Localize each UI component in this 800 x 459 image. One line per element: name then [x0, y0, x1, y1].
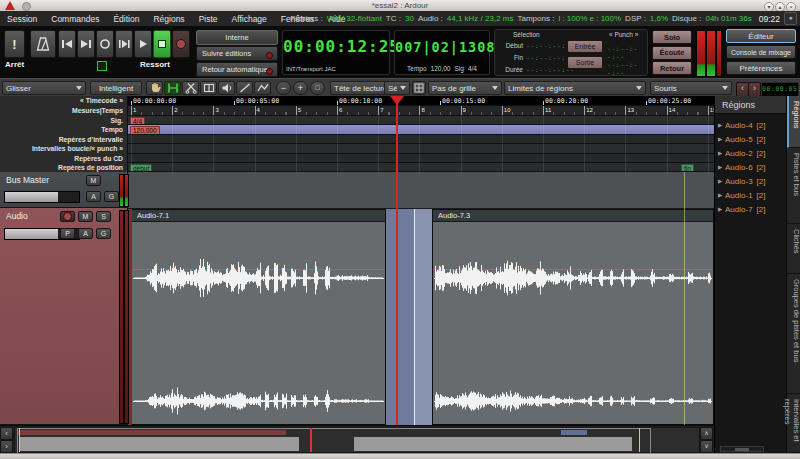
- tempo-marker[interactable]: 120,000: [130, 126, 160, 136]
- range-tool-button[interactable]: [164, 81, 181, 95]
- tab-track-groups[interactable]: Groupes de pistes et bus: [787, 274, 800, 394]
- metronome-button[interactable]: [30, 30, 56, 58]
- expander-icon[interactable]: ▶: [715, 150, 725, 156]
- region-list-item[interactable]: ▶ Audio-7 [2]: [715, 202, 786, 216]
- audio-region-1[interactable]: Audio-7.1: [131, 209, 386, 425]
- menu-session[interactable]: Session: [0, 14, 44, 24]
- measures-ruler[interactable]: 123456789101112131415: [128, 106, 714, 116]
- play-range-button[interactable]: [115, 30, 133, 58]
- mute-button[interactable]: M: [78, 211, 93, 222]
- automation-button[interactable]: A: [86, 191, 101, 202]
- expander-icon[interactable]: ▶: [715, 192, 725, 198]
- loop-punch-ruler[interactable]: [128, 144, 714, 154]
- end-marker[interactable]: fin: [681, 164, 694, 173]
- master-bus-header[interactable]: Bus Master M A G: [0, 172, 128, 208]
- gain-fader[interactable]: [4, 191, 80, 203]
- summary-scroll-down-button[interactable]: ∨: [700, 440, 713, 453]
- menu-commandes[interactable]: Commandes: [44, 14, 106, 24]
- region-list-item[interactable]: ▶ Audio-6 [2]: [715, 160, 786, 174]
- region-list-item[interactable]: ▶ Audio-1 [2]: [715, 188, 786, 202]
- summary-view-rect[interactable]: [17, 428, 651, 454]
- summary-pane[interactable]: [14, 427, 700, 453]
- grab-tool-button[interactable]: [146, 81, 163, 95]
- cd-markers-ruler[interactable]: [128, 154, 714, 163]
- snap-unit-combo[interactable]: Limites de régions: [504, 81, 646, 95]
- master-bus-lane[interactable]: [128, 172, 714, 209]
- region-list-header[interactable]: Régions: [715, 96, 786, 114]
- editor-window-button[interactable]: Éditeur: [726, 29, 796, 43]
- expander-icon[interactable]: ▶: [715, 136, 725, 142]
- zoom-fit-button[interactable]: □: [310, 81, 325, 95]
- edit-point-combo[interactable]: Souris: [650, 81, 732, 95]
- summary-scroll-up-button[interactable]: ∧: [700, 427, 713, 440]
- tab-tracks-buses[interactable]: Pistes et bus: [787, 148, 800, 224]
- spring-checkbox[interactable]: [97, 61, 107, 71]
- maximize-icon[interactable]: ▴: [775, 2, 785, 12]
- smart-mode-button[interactable]: Intelligent: [90, 81, 142, 95]
- log-button[interactable]: ●: [784, 12, 797, 25]
- record-arm-button[interactable]: [60, 211, 75, 222]
- group-button[interactable]: G: [104, 191, 119, 202]
- draw-tool-button[interactable]: [236, 81, 253, 95]
- punch-in-value[interactable]: --:--:--:--: [607, 45, 647, 61]
- nudge-forward-button[interactable]: ›: [748, 82, 761, 97]
- playlist-button[interactable]: P: [60, 228, 75, 239]
- auto-return-button[interactable]: Retour automatique: [196, 62, 278, 77]
- region-list-scrollbar[interactable]: [720, 446, 764, 452]
- punch-out-button[interactable]: Sortie: [567, 56, 603, 69]
- play-button[interactable]: [134, 30, 152, 58]
- audition-button[interactable]: Écoute: [652, 46, 692, 60]
- expander-icon[interactable]: ▶: [715, 178, 725, 184]
- punch-in-button[interactable]: Entrée: [567, 40, 603, 53]
- region-list-item[interactable]: ▶ Audio-2 [2]: [715, 146, 786, 160]
- record-button[interactable]: [172, 30, 190, 58]
- range-selection[interactable]: [386, 209, 432, 425]
- goto-end-button[interactable]: [77, 30, 95, 58]
- nudge-clock[interactable]: 00:00:05:00: [761, 82, 799, 97]
- region-list-item[interactable]: ▶ Audio-4 [2]: [715, 118, 786, 132]
- primary-clock[interactable]: 00:00:12:25 INT/Transport JAC: [282, 30, 390, 75]
- tab-ranges-marks[interactable]: Intervalles et repères: [787, 394, 800, 453]
- group-button[interactable]: G: [96, 228, 111, 239]
- expander-icon[interactable]: ▶: [715, 206, 725, 212]
- region-name[interactable]: Audio-7.3: [433, 210, 713, 222]
- meter-marker[interactable]: 4/4: [130, 117, 145, 126]
- tempo-ruler[interactable]: 120,000: [128, 125, 714, 135]
- loop-button[interactable]: [96, 30, 114, 58]
- audition-tool-button[interactable]: [218, 81, 235, 95]
- audio-region-2[interactable]: Audio-7.3: [432, 209, 714, 425]
- stop-button[interactable]: [153, 30, 171, 58]
- menu-edition[interactable]: Édition: [106, 14, 146, 24]
- selection-combo[interactable]: Sél: [384, 81, 410, 95]
- midi-panic-button[interactable]: !: [4, 30, 25, 58]
- menu-affichage[interactable]: Affichage: [225, 14, 274, 24]
- range-markers-ruler[interactable]: [128, 135, 714, 144]
- follow-edits-button[interactable]: Suivre éditions: [196, 46, 278, 61]
- track-name[interactable]: Audio: [6, 211, 28, 221]
- cut-tool-button[interactable]: [182, 81, 199, 95]
- region-name[interactable]: Audio-7.1: [132, 210, 385, 222]
- goto-start-button[interactable]: [58, 30, 76, 58]
- region-list-item[interactable]: ▶ Audio-3 [2]: [715, 174, 786, 188]
- feedback-button[interactable]: Retour: [652, 61, 692, 75]
- solo-button[interactable]: S: [96, 211, 111, 222]
- track-name[interactable]: Bus Master: [6, 175, 49, 185]
- menu-piste[interactable]: Piste: [192, 14, 225, 24]
- zoom-in-button[interactable]: +: [293, 81, 308, 95]
- snap-options-button[interactable]: [412, 81, 426, 95]
- solo-button[interactable]: Solo: [652, 30, 692, 44]
- summary-scroll-left-button[interactable]: ‹: [0, 427, 13, 440]
- secondary-clock[interactable]: 007|02|1308 Tempo 120,00 Sig 4/4: [394, 30, 490, 75]
- trim-tool-button[interactable]: [200, 81, 217, 95]
- zoom-out-button[interactable]: −: [276, 81, 291, 95]
- playhead[interactable]: [396, 96, 398, 425]
- playhead-flag-icon[interactable]: [390, 96, 404, 105]
- sync-source-button[interactable]: Interne: [196, 30, 278, 45]
- location-markers-ruler[interactable]: début fin: [128, 163, 714, 172]
- edit-mode-combo[interactable]: Glisser: [2, 81, 86, 95]
- grid-mode-combo[interactable]: Pas de grille: [428, 81, 502, 95]
- close-icon[interactable]: ×: [786, 2, 796, 12]
- start-marker[interactable]: début: [130, 164, 152, 173]
- track-canvas[interactable]: Audio-7.1 Audio-7.3: [128, 172, 714, 425]
- preferences-button[interactable]: Préférences: [726, 61, 796, 75]
